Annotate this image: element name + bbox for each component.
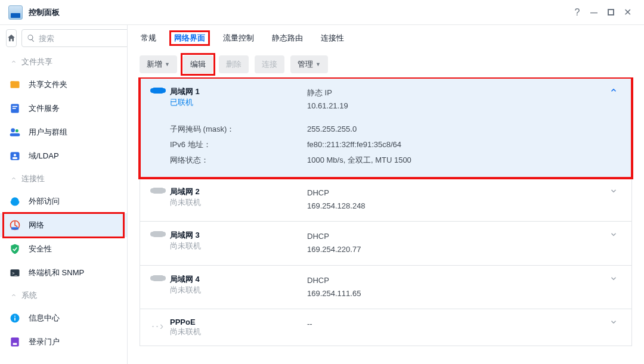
search-input[interactable] bbox=[39, 34, 128, 43]
close-button[interactable] bbox=[619, 4, 636, 21]
tab-网络界面[interactable]: 网络界面 bbox=[173, 31, 206, 45]
interface-ip: 169.254.111.65 bbox=[307, 287, 606, 300]
sidebar-item-终端机和 SNMP[interactable]: >_终端机和 SNMP bbox=[0, 261, 127, 285]
svg-rect-13 bbox=[11, 227, 18, 229]
connect-button: 连接 bbox=[255, 55, 284, 73]
interface-ip: 169.254.220.77 bbox=[307, 243, 606, 256]
lan-icon bbox=[146, 274, 170, 281]
detail-value: 1000 Mb/s, 全双工, MTU 1500 bbox=[307, 153, 411, 168]
svg-rect-20 bbox=[13, 343, 17, 345]
svg-rect-10 bbox=[13, 157, 17, 159]
tab-流量控制[interactable]: 流量控制 bbox=[222, 31, 255, 45]
pppoe-icon: ··› bbox=[146, 318, 170, 332]
sidebar-group-header[interactable]: 系统 bbox=[0, 285, 127, 306]
svg-rect-18 bbox=[14, 318, 16, 321]
svg-rect-3 bbox=[13, 106, 17, 107]
sidebar-item-域/LDAP[interactable]: 域/LDAP bbox=[0, 144, 127, 168]
interface-name: PPPoE bbox=[170, 318, 307, 326]
lan-icon bbox=[146, 230, 170, 237]
detail-value: fe80::211:32ff:fe91:35c8/64 bbox=[307, 137, 401, 153]
search-field[interactable] bbox=[21, 29, 128, 47]
help-button[interactable] bbox=[569, 4, 586, 21]
interface-details: 子网掩码 (mask)：255.255.255.0IPv6 地址：fe80::2… bbox=[140, 122, 631, 178]
sidebar-item-icon bbox=[8, 150, 21, 163]
sidebar-item-网络[interactable]: 网络 bbox=[0, 213, 127, 237]
chevron-icon bbox=[609, 86, 618, 95]
interface-ip: -- bbox=[307, 318, 606, 331]
interface-list: 局域网 1已联机静态 IP10.61.21.19子网掩码 (mask)：255.… bbox=[128, 77, 644, 364]
chevron-up-icon bbox=[11, 176, 17, 182]
detail-label: 子网掩码 (mask)： bbox=[170, 122, 307, 137]
interface-status: 尚未联机 bbox=[170, 241, 307, 251]
tab-常规[interactable]: 常规 bbox=[140, 31, 157, 45]
add-button[interactable]: 新增▼ bbox=[140, 55, 177, 73]
sidebar-item-用户与群组[interactable]: 用户与群组 bbox=[0, 120, 127, 144]
interface-name: 局域网 4 bbox=[170, 274, 307, 285]
lan-icon bbox=[146, 86, 170, 94]
svg-rect-19 bbox=[11, 338, 18, 347]
expand-toggle[interactable] bbox=[606, 318, 621, 326]
svg-point-9 bbox=[14, 154, 16, 156]
sidebar-item-label: 安全性 bbox=[29, 244, 52, 254]
sidebar-item-label: 域/LDAP bbox=[29, 151, 59, 161]
sidebar-item-label: 登录门户 bbox=[29, 337, 60, 347]
app-icon bbox=[8, 5, 23, 20]
interface-status: 尚未联机 bbox=[170, 285, 307, 295]
interface-status: 尚未联机 bbox=[170, 326, 307, 337]
detail-label: IPv6 地址： bbox=[170, 137, 307, 153]
edit-button[interactable]: 编辑 bbox=[183, 55, 213, 73]
expand-toggle[interactable] bbox=[606, 274, 621, 282]
sidebar-item-label: 用户与群组 bbox=[29, 127, 67, 138]
sidebar-item-icon bbox=[8, 242, 21, 256]
maximize-button[interactable] bbox=[602, 4, 619, 21]
sidebar-item-信息中心[interactable]: 信息中心 bbox=[0, 306, 127, 330]
interface-type: DHCP bbox=[307, 274, 606, 287]
lan-icon bbox=[146, 186, 170, 194]
interface-card[interactable]: 局域网 2尚未联机DHCP169.254.128.248 bbox=[140, 178, 632, 222]
svg-point-5 bbox=[11, 128, 15, 132]
expand-toggle[interactable] bbox=[606, 186, 621, 195]
sidebar-item-label: 终端机和 SNMP bbox=[29, 267, 84, 278]
sidebar-item-label: 外部访问 bbox=[29, 196, 60, 207]
sidebar-item-icon bbox=[8, 312, 21, 325]
sidebar-group-header[interactable]: 文件共享 bbox=[0, 51, 127, 73]
svg-rect-17 bbox=[14, 316, 16, 317]
manage-button[interactable]: 管理▼ bbox=[290, 55, 328, 73]
sidebar-item-登录门户[interactable]: 登录门户 bbox=[0, 330, 127, 354]
interface-ip: 10.61.21.19 bbox=[307, 99, 606, 113]
interface-name: 局域网 2 bbox=[170, 186, 307, 197]
sidebar-item-icon bbox=[8, 335, 21, 349]
interface-name: 局域网 1 bbox=[170, 86, 307, 97]
minimize-button[interactable] bbox=[586, 4, 602, 21]
sidebar-item-安全性[interactable]: 安全性 bbox=[0, 237, 127, 261]
sidebar-item-icon bbox=[8, 78, 21, 91]
sidebar-item-共享文件夹[interactable]: 共享文件夹 bbox=[0, 73, 127, 97]
home-button[interactable] bbox=[6, 29, 17, 47]
interface-card[interactable]: 局域网 3尚未联机DHCP169.254.220.77 bbox=[140, 222, 632, 265]
sidebar-item-icon bbox=[8, 219, 21, 232]
sidebar-item-外部访问[interactable]: 外部访问 bbox=[0, 189, 127, 213]
detail-value: 255.255.255.0 bbox=[307, 122, 357, 137]
sidebar-item-icon bbox=[8, 195, 21, 208]
expand-toggle[interactable] bbox=[606, 86, 621, 95]
sidebar-group-label: 文件共享 bbox=[21, 57, 52, 67]
sidebar-group-header[interactable]: 连接性 bbox=[0, 168, 127, 189]
interface-card[interactable]: 局域网 4尚未联机DHCP169.254.111.65 bbox=[140, 266, 632, 309]
chevron-icon bbox=[609, 186, 618, 195]
search-icon bbox=[27, 34, 35, 42]
interface-card[interactable]: ··›PPPoE尚未联机-- bbox=[140, 309, 632, 346]
sidebar-item-label: 网络 bbox=[29, 220, 44, 231]
sidebar-item-label: 信息中心 bbox=[29, 313, 60, 323]
window-title: 控制面板 bbox=[29, 7, 60, 18]
main-panel: 常规网络界面流量控制静态路由连接性 新增▼ 编辑 删除 连接 管理▼ 局域网 1… bbox=[128, 25, 644, 364]
sidebar-item-文件服务[interactable]: 文件服务 bbox=[0, 97, 127, 120]
tab-连接性[interactable]: 连接性 bbox=[320, 31, 345, 45]
expand-toggle[interactable] bbox=[606, 230, 621, 238]
title-bar: 控制面板 bbox=[0, 0, 644, 25]
svg-text:>_: >_ bbox=[12, 270, 17, 276]
interface-card[interactable]: 局域网 1已联机静态 IP10.61.21.19子网掩码 (mask)：255.… bbox=[140, 77, 632, 178]
tab-静态路由[interactable]: 静态路由 bbox=[271, 31, 304, 45]
svg-rect-4 bbox=[13, 108, 16, 109]
svg-rect-1 bbox=[11, 81, 16, 83]
chevron-icon bbox=[609, 274, 618, 282]
